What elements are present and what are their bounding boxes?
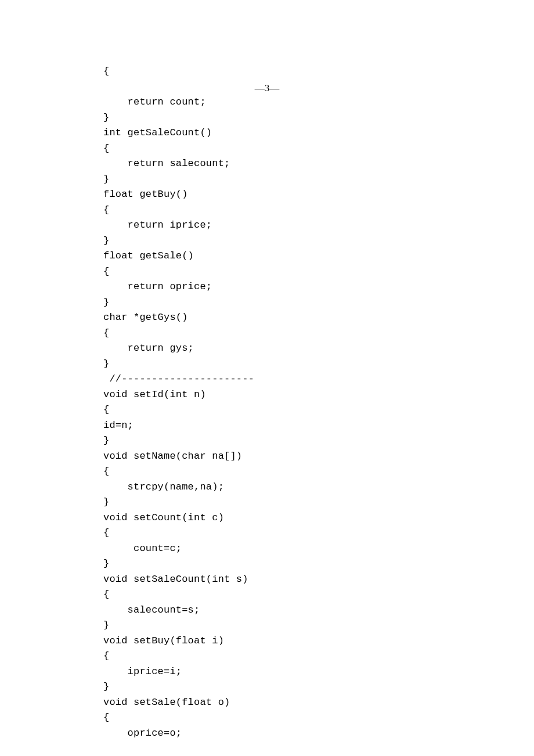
page-content: { return count; } int getSaleCount() { r… xyxy=(0,0,534,741)
code-block: { return count; } int getSaleCount() { r… xyxy=(103,64,476,741)
